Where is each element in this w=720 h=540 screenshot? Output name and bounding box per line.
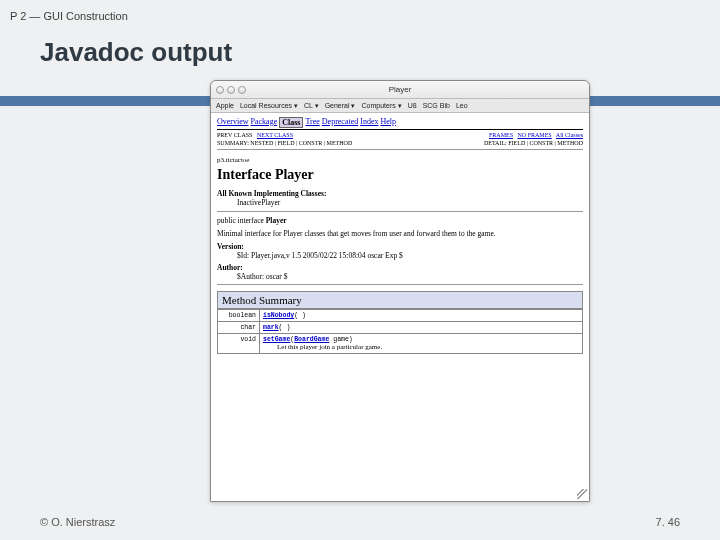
- slide-header: P 2 — GUI Construction: [0, 0, 720, 22]
- zoom-icon[interactable]: [238, 86, 246, 94]
- method-summary-table: boolean isNobody( ) char mark( ) void se…: [217, 309, 583, 354]
- bookmark-item[interactable]: Computers ▾: [362, 102, 402, 110]
- traffic-lights: [216, 86, 246, 94]
- method-cell: isNobody( ): [260, 310, 583, 322]
- bookmark-item[interactable]: General ▾: [325, 102, 356, 110]
- divider: [217, 149, 583, 150]
- method-link-isnobody[interactable]: isNobody: [263, 312, 294, 319]
- nav-index[interactable]: Index: [360, 117, 378, 128]
- interface-title: Interface Player: [217, 167, 583, 183]
- frames-link[interactable]: FRAMES: [489, 132, 513, 138]
- divider: [217, 211, 583, 212]
- divider: [217, 284, 583, 285]
- method-description: Let this player join a particular game.: [277, 343, 579, 351]
- all-classes-link[interactable]: All Classes: [556, 132, 583, 138]
- copyright: © O. Nierstrasz: [40, 516, 115, 528]
- method-link-setgame[interactable]: setGame: [263, 336, 290, 343]
- summary-nav: SUMMARY: NESTED | FIELD | CONSTR | METHO…: [217, 140, 352, 146]
- nav-package[interactable]: Package: [251, 117, 278, 128]
- return-type: char: [218, 322, 260, 334]
- nav-class-active: Class: [279, 117, 303, 128]
- nav-deprecated[interactable]: Deprecated: [322, 117, 358, 128]
- interface-signature: public interface Player: [217, 216, 583, 225]
- return-type: boolean: [218, 310, 260, 322]
- javadoc-content: Overview Package Class Tree Deprecated I…: [211, 113, 589, 501]
- known-impl-label: All Known Implementing Classes:: [217, 189, 583, 198]
- nav-tree[interactable]: Tree: [305, 117, 319, 128]
- method-summary-header: Method Summary: [217, 291, 583, 309]
- javadoc-nav: Overview Package Class Tree Deprecated I…: [217, 117, 583, 130]
- return-type: void: [218, 334, 260, 354]
- table-row: char mark( ): [218, 322, 583, 334]
- bookmark-bar: Apple Local Resources ▾ CL ▾ General ▾ C…: [211, 99, 589, 113]
- minimize-icon[interactable]: [227, 86, 235, 94]
- table-row: boolean isNobody( ): [218, 310, 583, 322]
- page-number: 7. 46: [656, 516, 680, 528]
- bookmark-item[interactable]: Leo: [456, 102, 468, 109]
- bookmark-item[interactable]: SCG Bib: [423, 102, 450, 109]
- slide-footer: © O. Nierstrasz 7. 46: [40, 516, 680, 528]
- noframes-link[interactable]: NO FRAMES: [517, 132, 551, 138]
- version-value: $Id: Player.java,v 1.5 2005/02/22 15:08:…: [237, 251, 583, 260]
- close-icon[interactable]: [216, 86, 224, 94]
- bookmark-item[interactable]: Apple: [216, 102, 234, 109]
- bookmark-item[interactable]: CL ▾: [304, 102, 319, 110]
- window-titlebar: Player: [211, 81, 589, 99]
- author-value: $Author: oscar $: [237, 272, 583, 281]
- table-row: void setGame(BoardGame game) Let this pl…: [218, 334, 583, 354]
- summary-detail-nav: SUMMARY: NESTED | FIELD | CONSTR | METHO…: [217, 140, 583, 146]
- browser-window: Player Apple Local Resources ▾ CL ▾ Gene…: [210, 80, 590, 502]
- slide-title: Javadoc output: [0, 22, 720, 78]
- detail-nav: DETAIL: FIELD | CONSTR | METHOD: [484, 140, 583, 146]
- package-name: p3.tictactoe: [217, 156, 583, 164]
- next-class-link[interactable]: NEXT CLASS: [257, 132, 293, 138]
- interface-description: Minimal interface for Player classes tha…: [217, 229, 583, 238]
- author-label: Author:: [217, 263, 583, 272]
- nav-overview[interactable]: Overview: [217, 117, 249, 128]
- arg-type-link[interactable]: BoardGame: [294, 336, 329, 343]
- known-impl-value: InactivePlayer: [237, 198, 583, 207]
- method-cell: mark( ): [260, 322, 583, 334]
- version-label: Version:: [217, 242, 583, 251]
- method-link-mark[interactable]: mark: [263, 324, 279, 331]
- bookmark-item[interactable]: U8: [408, 102, 417, 109]
- resize-grip-icon[interactable]: [577, 489, 587, 499]
- nav-help[interactable]: Help: [380, 117, 396, 128]
- prev-class: PREV CLASS: [217, 132, 252, 138]
- bookmark-item[interactable]: Local Resources ▾: [240, 102, 298, 110]
- method-cell: setGame(BoardGame game) Let this player …: [260, 334, 583, 354]
- window-title: Player: [389, 85, 412, 94]
- javadoc-subnav: PREV CLASS NEXT CLASS FRAMES NO FRAMES A…: [217, 132, 583, 138]
